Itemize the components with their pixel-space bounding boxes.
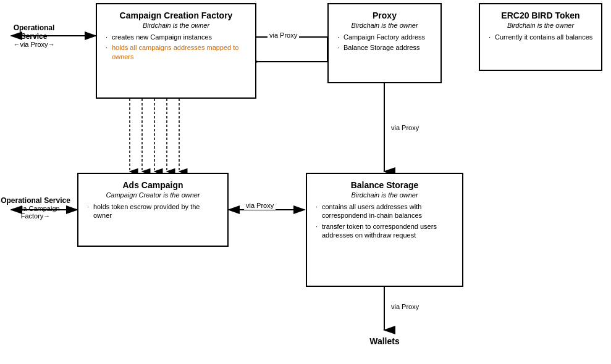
op-service-bottom-label: Operational Service bbox=[0, 196, 71, 205]
op-service-bottom: Operational Service ←via Campaign Factor… bbox=[0, 196, 71, 220]
wallets-label: Wallets bbox=[352, 336, 417, 346]
campaign-factory-box: Campaign Creation Factory Birdchain is t… bbox=[96, 3, 256, 99]
op-service-top-label: Operational Service bbox=[0, 23, 68, 41]
balance-storage-list: contains all users addresses with corres… bbox=[314, 202, 455, 239]
ads-campaign-subtitle: Campaign Creator is the owner bbox=[86, 191, 220, 199]
balance-storage-title: Balance Storage bbox=[314, 180, 455, 190]
proxy-list: Campaign Factory address Balance Storage… bbox=[336, 33, 433, 52]
ads-campaign-list: holds token escrow provided by the owner bbox=[86, 202, 220, 220]
campaign-factory-item-1: creates new Campaign instances bbox=[104, 33, 248, 41]
via-proxy-label-1: via Proxy bbox=[268, 31, 299, 39]
via-proxy-label-4: via Proxy bbox=[389, 302, 421, 311]
erc20-box: ERC20 BIRD Token Birdchain is the owner … bbox=[479, 3, 602, 71]
balance-storage-item-2: transfer token to correspondend users ad… bbox=[314, 222, 455, 240]
proxy-item-2: Balance Storage address bbox=[336, 43, 433, 52]
ads-campaign-item-1: holds token escrow provided by the owner bbox=[86, 202, 220, 220]
diagram: Campaign Creation Factory Birdchain is t… bbox=[0, 0, 611, 364]
proxy-box: Proxy Birdchain is the owner Campaign Fa… bbox=[327, 3, 442, 83]
ads-campaign-box: Ads Campaign Campaign Creator is the own… bbox=[77, 173, 229, 247]
erc20-subtitle: Birdchain is the owner bbox=[487, 22, 594, 29]
erc20-title: ERC20 BIRD Token bbox=[487, 10, 594, 20]
via-proxy-label-3: via Proxy bbox=[244, 201, 276, 210]
proxy-subtitle: Birdchain is the owner bbox=[336, 22, 433, 29]
op-service-bottom-sub: ←via Campaign Factory→ bbox=[0, 205, 71, 220]
balance-storage-subtitle: Birdchain is the owner bbox=[314, 191, 455, 199]
proxy-title: Proxy bbox=[336, 10, 433, 20]
campaign-factory-item-2: holds all campaigns addresses mapped to … bbox=[104, 43, 248, 61]
balance-storage-item-1: contains all users addresses with corres… bbox=[314, 202, 455, 220]
op-service-top: Operational Service ←via Proxy→ bbox=[0, 23, 68, 48]
balance-storage-box: Balance Storage Birdchain is the owner c… bbox=[306, 173, 463, 287]
proxy-item-1: Campaign Factory address bbox=[336, 33, 433, 41]
erc20-list: Currently it contains all balances bbox=[487, 33, 594, 41]
ads-campaign-title: Ads Campaign bbox=[86, 180, 220, 190]
campaign-factory-subtitle: Birdchain is the owner bbox=[104, 22, 248, 29]
campaign-factory-title: Campaign Creation Factory bbox=[104, 10, 248, 20]
via-proxy-label-2: via Proxy bbox=[389, 123, 421, 132]
erc20-item-1: Currently it contains all balances bbox=[487, 33, 594, 41]
campaign-factory-list: creates new Campaign instances holds all… bbox=[104, 33, 248, 61]
op-service-top-sub: ←via Proxy→ bbox=[0, 41, 68, 48]
